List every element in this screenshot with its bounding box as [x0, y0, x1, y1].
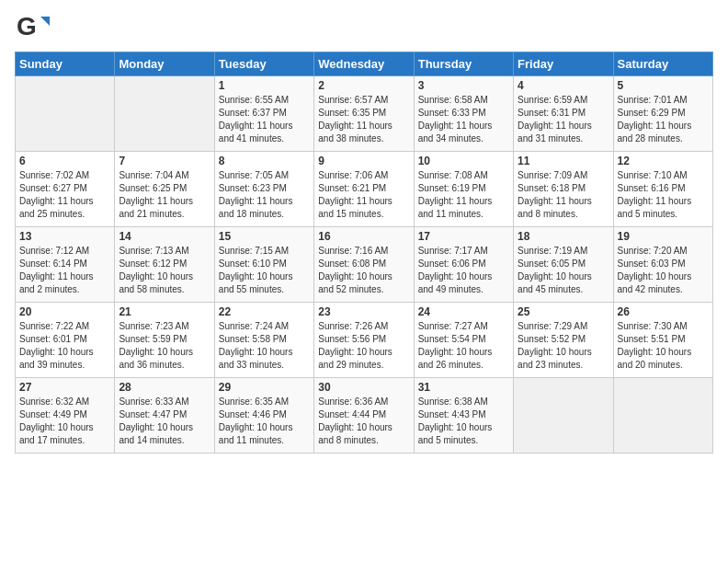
day-number: 29: [219, 381, 310, 394]
day-cell: 13Sunrise: 7:12 AM Sunset: 6:14 PM Dayli…: [16, 227, 115, 303]
day-cell: 23Sunrise: 7:26 AM Sunset: 5:56 PM Dayli…: [314, 303, 414, 378]
col-header-monday: Monday: [115, 52, 214, 76]
day-cell: 26Sunrise: 7:30 AM Sunset: 5:51 PM Dayli…: [613, 303, 712, 378]
day-cell: 1Sunrise: 6:55 AM Sunset: 6:37 PM Daylig…: [214, 76, 313, 152]
day-number: 11: [518, 155, 609, 167]
day-number: 6: [19, 155, 110, 167]
day-number: 10: [418, 155, 509, 167]
day-cell: 4Sunrise: 6:59 AM Sunset: 6:31 PM Daylig…: [514, 76, 613, 152]
day-cell: 20Sunrise: 7:22 AM Sunset: 6:01 PM Dayli…: [16, 303, 115, 378]
day-cell: [115, 76, 214, 152]
day-number: 25: [518, 305, 609, 318]
day-number: 14: [119, 230, 210, 243]
day-cell: 12Sunrise: 7:10 AM Sunset: 6:16 PM Dayli…: [613, 152, 712, 227]
day-cell: 14Sunrise: 7:13 AM Sunset: 6:12 PM Dayli…: [115, 227, 214, 303]
week-row-2: 6Sunrise: 7:02 AM Sunset: 6:27 PM Daylig…: [16, 152, 713, 227]
day-cell: 17Sunrise: 7:17 AM Sunset: 6:06 PM Dayli…: [414, 227, 513, 303]
day-info: Sunrise: 7:29 AM Sunset: 5:52 PM Dayligh…: [518, 320, 609, 372]
day-number: 21: [119, 305, 210, 318]
col-header-saturday: Saturday: [613, 52, 712, 76]
day-info: Sunrise: 6:36 AM Sunset: 4:44 PM Dayligh…: [318, 396, 409, 447]
day-number: 19: [618, 230, 709, 243]
day-info: Sunrise: 6:32 AM Sunset: 4:49 PM Dayligh…: [19, 396, 110, 447]
day-cell: 30Sunrise: 6:36 AM Sunset: 4:44 PM Dayli…: [314, 378, 414, 454]
day-number: 9: [318, 155, 409, 167]
day-info: Sunrise: 7:13 AM Sunset: 6:12 PM Dayligh…: [119, 245, 210, 296]
day-cell: 11Sunrise: 7:09 AM Sunset: 6:18 PM Dayli…: [514, 152, 613, 227]
day-number: 1: [219, 79, 310, 92]
day-info: Sunrise: 7:04 AM Sunset: 6:25 PM Dayligh…: [119, 169, 210, 221]
day-info: Sunrise: 6:58 AM Sunset: 6:33 PM Dayligh…: [418, 94, 509, 145]
day-info: Sunrise: 7:09 AM Sunset: 6:18 PM Dayligh…: [518, 169, 609, 221]
week-row-5: 27Sunrise: 6:32 AM Sunset: 4:49 PM Dayli…: [16, 378, 713, 454]
day-cell: 19Sunrise: 7:20 AM Sunset: 6:03 PM Dayli…: [613, 227, 712, 303]
day-cell: 6Sunrise: 7:02 AM Sunset: 6:27 PM Daylig…: [16, 152, 115, 227]
day-cell: 27Sunrise: 6:32 AM Sunset: 4:49 PM Dayli…: [16, 378, 115, 454]
day-number: 24: [418, 305, 509, 318]
day-info: Sunrise: 7:23 AM Sunset: 5:59 PM Dayligh…: [119, 320, 210, 372]
day-info: Sunrise: 7:22 AM Sunset: 6:01 PM Dayligh…: [19, 320, 110, 372]
day-info: Sunrise: 7:05 AM Sunset: 6:23 PM Dayligh…: [219, 169, 310, 221]
day-number: 15: [219, 230, 310, 243]
day-info: Sunrise: 7:06 AM Sunset: 6:21 PM Dayligh…: [318, 169, 409, 221]
day-number: 7: [119, 155, 210, 167]
day-info: Sunrise: 7:20 AM Sunset: 6:03 PM Dayligh…: [618, 245, 709, 296]
day-number: 12: [618, 155, 709, 167]
day-info: Sunrise: 7:08 AM Sunset: 6:19 PM Dayligh…: [418, 169, 509, 221]
day-info: Sunrise: 7:10 AM Sunset: 6:16 PM Dayligh…: [618, 169, 709, 221]
day-cell: 15Sunrise: 7:15 AM Sunset: 6:10 PM Dayli…: [214, 227, 313, 303]
day-info: Sunrise: 7:19 AM Sunset: 6:05 PM Dayligh…: [518, 245, 609, 296]
day-cell: 21Sunrise: 7:23 AM Sunset: 5:59 PM Dayli…: [115, 303, 214, 378]
day-cell: 9Sunrise: 7:06 AM Sunset: 6:21 PM Daylig…: [314, 152, 414, 227]
day-cell: 16Sunrise: 7:16 AM Sunset: 6:08 PM Dayli…: [314, 227, 414, 303]
day-cell: 3Sunrise: 6:58 AM Sunset: 6:33 PM Daylig…: [414, 76, 513, 152]
day-cell: 29Sunrise: 6:35 AM Sunset: 4:46 PM Dayli…: [214, 378, 313, 454]
day-cell: 5Sunrise: 7:01 AM Sunset: 6:29 PM Daylig…: [613, 76, 712, 152]
svg-marker-1: [40, 17, 50, 26]
calendar-table: SundayMondayTuesdayWednesdayThursdayFrid…: [15, 52, 713, 454]
day-cell: 31Sunrise: 6:38 AM Sunset: 4:43 PM Dayli…: [414, 378, 513, 454]
day-cell: [514, 378, 613, 454]
header: G: [15, 9, 713, 44]
day-number: 20: [19, 305, 110, 318]
day-info: Sunrise: 7:02 AM Sunset: 6:27 PM Dayligh…: [19, 169, 110, 221]
col-header-sunday: Sunday: [16, 52, 115, 76]
day-cell: 8Sunrise: 7:05 AM Sunset: 6:23 PM Daylig…: [214, 152, 313, 227]
logo: G: [15, 9, 51, 44]
day-info: Sunrise: 7:26 AM Sunset: 5:56 PM Dayligh…: [318, 320, 409, 372]
page: G SundayMondayTuesdayWednesdayThursdayFr…: [0, 0, 728, 463]
day-info: Sunrise: 7:01 AM Sunset: 6:29 PM Dayligh…: [618, 94, 709, 145]
day-cell: [613, 378, 712, 454]
day-info: Sunrise: 7:24 AM Sunset: 5:58 PM Dayligh…: [219, 320, 310, 372]
day-number: 5: [618, 79, 709, 92]
logo-icon: G: [15, 9, 50, 44]
day-cell: 22Sunrise: 7:24 AM Sunset: 5:58 PM Dayli…: [214, 303, 313, 378]
day-info: Sunrise: 6:55 AM Sunset: 6:37 PM Dayligh…: [219, 94, 310, 145]
day-number: 16: [318, 230, 409, 243]
day-info: Sunrise: 6:38 AM Sunset: 4:43 PM Dayligh…: [418, 396, 509, 447]
svg-text:G: G: [17, 12, 37, 40]
day-number: 13: [19, 230, 110, 243]
header-row: SundayMondayTuesdayWednesdayThursdayFrid…: [16, 52, 713, 76]
day-info: Sunrise: 7:15 AM Sunset: 6:10 PM Dayligh…: [219, 245, 310, 296]
day-info: Sunrise: 6:57 AM Sunset: 6:35 PM Dayligh…: [318, 94, 409, 145]
day-cell: 28Sunrise: 6:33 AM Sunset: 4:47 PM Dayli…: [115, 378, 214, 454]
col-header-friday: Friday: [514, 52, 613, 76]
col-header-thursday: Thursday: [414, 52, 513, 76]
day-info: Sunrise: 6:59 AM Sunset: 6:31 PM Dayligh…: [518, 94, 609, 145]
day-number: 30: [318, 381, 409, 394]
day-info: Sunrise: 7:16 AM Sunset: 6:08 PM Dayligh…: [318, 245, 409, 296]
day-number: 27: [19, 381, 110, 394]
week-row-4: 20Sunrise: 7:22 AM Sunset: 6:01 PM Dayli…: [16, 303, 713, 378]
day-info: Sunrise: 7:30 AM Sunset: 5:51 PM Dayligh…: [618, 320, 709, 372]
day-info: Sunrise: 6:33 AM Sunset: 4:47 PM Dayligh…: [119, 396, 210, 447]
day-info: Sunrise: 7:27 AM Sunset: 5:54 PM Dayligh…: [418, 320, 509, 372]
day-number: 31: [418, 381, 509, 394]
day-number: 22: [219, 305, 310, 318]
day-number: 3: [418, 79, 509, 92]
col-header-tuesday: Tuesday: [214, 52, 313, 76]
day-cell: 7Sunrise: 7:04 AM Sunset: 6:25 PM Daylig…: [115, 152, 214, 227]
day-number: 17: [418, 230, 509, 243]
week-row-3: 13Sunrise: 7:12 AM Sunset: 6:14 PM Dayli…: [16, 227, 713, 303]
day-cell: 10Sunrise: 7:08 AM Sunset: 6:19 PM Dayli…: [414, 152, 513, 227]
